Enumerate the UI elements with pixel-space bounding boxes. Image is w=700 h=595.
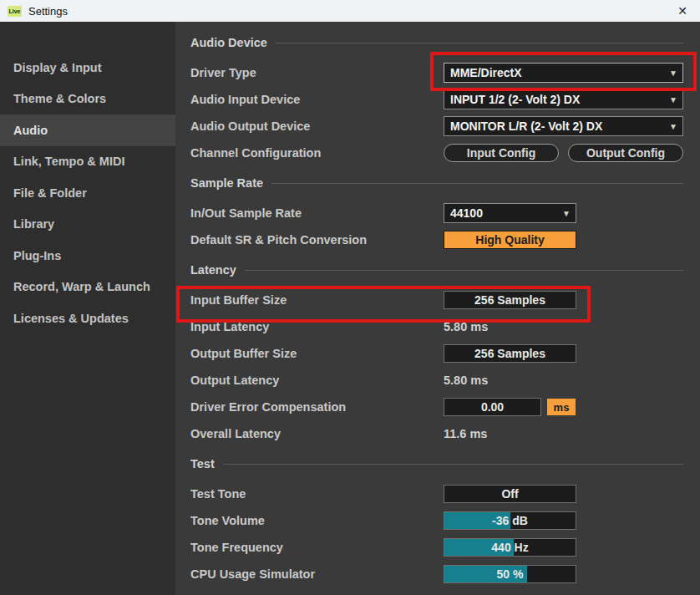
- audio-output-device-label: Audio Output Device: [190, 120, 444, 133]
- sidebar-item-theme-colors[interactable]: Theme & Colors: [0, 84, 175, 115]
- in-out-sample-rate-dropdown[interactable]: 44100▼: [444, 203, 576, 223]
- section-title: Audio Device: [190, 36, 267, 49]
- output-buffer-size-label: Output Buffer Size: [190, 347, 444, 360]
- tone-frequency-slider[interactable]: 440 Hz: [444, 538, 576, 557]
- row-output-latency: Output Latency5.80 ms: [190, 367, 683, 394]
- section-divider-line: [276, 43, 683, 43]
- sidebar-item-file-folder[interactable]: File & Folder: [0, 177, 175, 209]
- section-divider-line: [223, 464, 683, 465]
- settings-content: Display & InputTheme & ColorsAudioLink, …: [0, 22, 700, 595]
- tone-volume-label: Tone Volume: [190, 514, 444, 527]
- audio-output-device-value: MONITOR L/R (2- Volt 2) DX: [450, 120, 669, 133]
- input-buffer-size-field[interactable]: 256 Samples: [444, 291, 576, 309]
- driver-error-compensation-field[interactable]: 0.00: [444, 398, 541, 416]
- section-title: Latency: [190, 263, 236, 277]
- settings-window: Live Settings ✕ Display & InputTheme & C…: [0, 0, 700, 595]
- sidebar-item-library[interactable]: Library: [0, 209, 175, 241]
- row-audio-input-device: Audio Input DeviceINPUT 1/2 (2- Volt 2) …: [190, 86, 683, 113]
- in-out-sample-rate-label: In/Out Sample Rate: [190, 206, 444, 220]
- sidebar-item-display-input[interactable]: Display & Input: [0, 52, 175, 84]
- section-header-sample-rate: Sample Rate: [190, 175, 683, 191]
- sidebar-item-plug-ins[interactable]: Plug-Ins: [0, 240, 175, 272]
- audio-input-device-label: Audio Input Device: [190, 93, 444, 106]
- settings-sidebar: Display & InputTheme & ColorsAudioLink, …: [0, 22, 175, 595]
- section-audio-device: Audio DeviceDriver TypeMME/DirectX▼Audio…: [190, 34, 683, 166]
- section-divider-line: [271, 183, 683, 184]
- chevron-down-icon: ▼: [669, 122, 677, 131]
- sidebar-item-licenses-updates[interactable]: Licenses & Updates: [0, 303, 175, 334]
- section-title: Sample Rate: [190, 176, 263, 190]
- chevron-down-icon: ▼: [669, 69, 677, 78]
- in-out-sample-rate-value: 44100: [450, 206, 562, 220]
- overall-latency-label: Overall Latency: [190, 427, 444, 440]
- row-driver-error-compensation: Driver Error Compensation0.00ms: [190, 394, 683, 420]
- tone-volume-slider[interactable]: -36 dB: [444, 511, 576, 530]
- output-latency-label: Output Latency: [190, 374, 444, 387]
- output-latency-value: 5.80 ms: [444, 374, 488, 387]
- sidebar-item-record-warp-launch[interactable]: Record, Warp & Launch: [0, 272, 175, 303]
- audio-input-device-dropdown[interactable]: INPUT 1/2 (2- Volt 2) DX▼: [444, 89, 683, 109]
- overall-latency-value: 11.6 ms: [444, 427, 487, 440]
- section-latency: LatencyInput Buffer Size256 SamplesInput…: [190, 262, 683, 447]
- row-in-out-sample-rate: In/Out Sample Rate44100▼: [190, 200, 683, 226]
- input-config-button[interactable]: Input Config: [444, 144, 559, 162]
- driver-type-dropdown[interactable]: MME/DirectX▼: [444, 63, 683, 83]
- section-title: Test: [190, 457, 215, 470]
- chevron-down-icon: ▼: [562, 209, 571, 218]
- row-test-tone: Test ToneOff: [190, 481, 683, 507]
- section-header-latency: Latency: [190, 262, 683, 278]
- row-default-sr-pitch-conversion: Default SR & Pitch ConversionHigh Qualit…: [190, 226, 683, 253]
- input-latency-label: Input Latency: [190, 320, 444, 333]
- audio-settings-panel: Audio DeviceDriver TypeMME/DirectX▼Audio…: [175, 22, 700, 595]
- row-driver-type: Driver TypeMME/DirectX▼: [190, 59, 683, 86]
- row-input-buffer-size: Input Buffer Size256 Samples: [190, 287, 683, 313]
- row-overall-latency: Overall Latency11.6 ms: [190, 420, 683, 447]
- section-sample-rate: Sample RateIn/Out Sample Rate44100▼Defau…: [190, 175, 683, 253]
- test-tone-label: Test Tone: [190, 487, 444, 501]
- audio-output-device-dropdown[interactable]: MONITOR L/R (2- Volt 2) DX▼: [444, 116, 683, 136]
- close-button[interactable]: ✕: [665, 0, 700, 22]
- input-buffer-size-label: Input Buffer Size: [190, 293, 444, 307]
- cpu-usage-simulator-slider[interactable]: 50 %: [444, 565, 576, 583]
- sidebar-item-audio[interactable]: Audio: [0, 114, 175, 146]
- tone-frequency-value: 440 Hz: [444, 539, 576, 556]
- section-header-audio-device: Audio Device: [190, 34, 683, 51]
- section-header-test: Test: [190, 455, 683, 472]
- driver-type-label: Driver Type: [190, 66, 444, 79]
- row-tone-volume: Tone Volume-36 dB: [190, 507, 683, 534]
- driver-type-value: MME/DirectX: [450, 66, 669, 79]
- cpu-usage-simulator-label: CPU Usage Simulator: [190, 567, 444, 581]
- titlebar: Live Settings ✕: [0, 0, 700, 22]
- section-divider-line: [245, 270, 683, 271]
- driver-error-compensation-label: Driver Error Compensation: [190, 400, 444, 414]
- tone-volume-value: -36 dB: [444, 512, 576, 529]
- default-sr-pitch-conversion-label: Default SR & Pitch Conversion: [190, 233, 444, 247]
- chevron-down-icon: ▼: [669, 95, 677, 104]
- audio-input-device-value: INPUT 1/2 (2- Volt 2) DX: [450, 93, 669, 106]
- output-config-button[interactable]: Output Config: [568, 144, 683, 162]
- cpu-usage-simulator-value: 50 %: [444, 566, 576, 582]
- default-sr-pitch-conversion-toggle[interactable]: High Quality: [444, 231, 576, 249]
- test-tone-field[interactable]: Off: [444, 485, 576, 503]
- row-tone-frequency: Tone Frequency440 Hz: [190, 534, 683, 561]
- row-input-latency: Input Latency5.80 ms: [190, 313, 683, 340]
- window-title: Settings: [28, 5, 68, 18]
- row-channel-configuration: Channel ConfigurationInput ConfigOutput …: [190, 140, 683, 166]
- tone-frequency-label: Tone Frequency: [190, 541, 444, 554]
- live-app-icon: Live: [8, 6, 22, 17]
- driver-error-compensation-unit-badge: ms: [547, 399, 576, 415]
- input-latency-value: 5.80 ms: [444, 320, 488, 333]
- row-audio-output-device: Audio Output DeviceMONITOR L/R (2- Volt …: [190, 113, 683, 140]
- row-output-buffer-size: Output Buffer Size256 Samples: [190, 340, 683, 367]
- sidebar-item-link-tempo-midi[interactable]: Link, Tempo & MIDI: [0, 146, 175, 178]
- channel-configuration-label: Channel Configuration: [190, 146, 444, 160]
- row-cpu-usage-simulator: CPU Usage Simulator50 %: [190, 561, 683, 587]
- section-test: TestTest ToneOffTone Volume-36 dBTone Fr…: [190, 455, 683, 587]
- output-buffer-size-field[interactable]: 256 Samples: [444, 344, 576, 363]
